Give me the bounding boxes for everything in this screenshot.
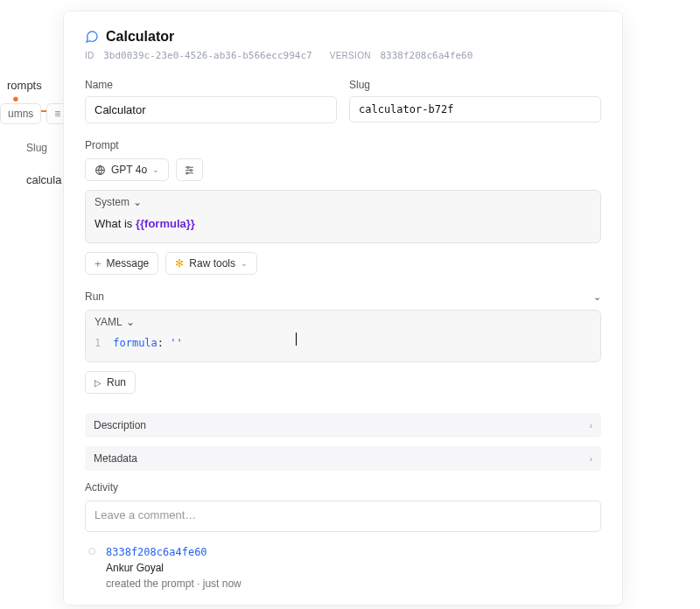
activity-body: 8338f208c6a4fe60 Ankur Goyal created the…: [106, 544, 242, 592]
play-icon: ▷: [94, 378, 102, 388]
yaml-editor[interactable]: 1 formula: '': [86, 333, 600, 361]
chevron-down-icon: ⌄: [241, 259, 248, 268]
version-block: VERSION 8338f208c6a4fe60: [330, 50, 473, 61]
model-select[interactable]: GPT 4o ⌄: [85, 158, 169, 181]
name-label: Name: [85, 79, 337, 91]
chevron-down-icon: ⌄: [133, 196, 142, 208]
plus-icon: +: [94, 258, 102, 270]
metadata-label: Metadata: [94, 452, 137, 465]
chevron-down-icon[interactable]: ⌄: [593, 291, 601, 303]
model-settings-button[interactable]: [176, 158, 203, 181]
description-section[interactable]: Description ›: [85, 413, 601, 438]
prompt-variable: {{formula}}: [136, 217, 195, 230]
meta-row: ID 3bd0039c-23e0-4526-ab36-b566ecc994c7 …: [85, 50, 601, 61]
background-left: rompts ● umns ≡Fi Slug calcula: [0, 0, 63, 609]
background-controls: umns ≡Fi: [0, 103, 63, 124]
chevron-down-icon: ⌄: [152, 165, 159, 174]
table-col-slug: Slug: [26, 142, 47, 154]
raw-tools-label: Raw tools: [189, 257, 235, 270]
system-prompt-text[interactable]: What is {{formula}}: [86, 214, 600, 242]
activity-version-link[interactable]: 8338f208c6a4fe60: [106, 544, 242, 560]
model-row: GPT 4o ⌄: [85, 158, 601, 181]
chevron-right-icon: ›: [590, 454, 592, 464]
line-number: 1: [94, 337, 101, 349]
name-field: Name: [85, 79, 337, 123]
comment-input[interactable]: Leave a comment…: [85, 500, 601, 532]
id-label: ID: [85, 51, 94, 60]
model-icon: [94, 164, 106, 176]
input-format-select[interactable]: YAML ⌄: [86, 311, 600, 333]
chevron-down-icon: ⌄: [126, 316, 135, 328]
add-message-label: Message: [107, 257, 150, 270]
comment-placeholder: Leave a comment…: [94, 508, 196, 522]
run-button[interactable]: ▷ Run: [85, 371, 136, 394]
id-value: 3bd0039c-23e0-4526-ab36-b566ecc994c7: [103, 50, 312, 61]
text-cursor: [296, 332, 297, 346]
run-input-card: YAML ⌄ 1 formula: '': [85, 310, 601, 362]
page-title: Calculator: [106, 29, 174, 45]
activity-item: 8338f208c6a4fe60 Ankur Goyal created the…: [85, 544, 601, 592]
svg-point-6: [186, 172, 188, 173]
chat-icon: [85, 30, 99, 44]
add-message-button[interactable]: + Message: [85, 252, 158, 275]
system-role-select[interactable]: System ⌄: [86, 191, 600, 214]
gear-icon: ✻: [175, 257, 184, 270]
run-button-label: Run: [107, 376, 126, 388]
system-prompt-card: System ⌄ What is {{formula}}: [85, 190, 601, 243]
run-actions: ▷ Run: [85, 371, 601, 394]
svg-point-4: [190, 169, 192, 171]
yaml-value: '': [170, 337, 182, 349]
sliders-icon: [184, 164, 195, 176]
activity-description: created the prompt · just now: [106, 576, 242, 592]
slug-label: Slug: [349, 79, 601, 91]
filter-chip[interactable]: ≡Fi: [46, 103, 63, 124]
metadata-section[interactable]: Metadata ›: [85, 446, 601, 471]
tab-label: rompts: [7, 79, 42, 92]
activity-label: Activity: [85, 481, 601, 494]
title-row: Calculator: [85, 29, 601, 45]
name-input[interactable]: [85, 96, 337, 123]
activity-dot-icon: [88, 548, 95, 555]
yaml-key: formula: [113, 337, 158, 349]
version-value: 8338f208c6a4fe60: [380, 50, 472, 61]
system-role-label: System: [94, 196, 130, 208]
prompt-prefix: What is: [94, 217, 136, 230]
prompt-section-label: Prompt: [85, 139, 601, 151]
run-section-header: Run ⌄: [85, 290, 601, 303]
slug-field: Slug: [349, 79, 601, 123]
yaml-label: YAML: [94, 316, 122, 328]
version-label: VERSION: [330, 51, 371, 60]
id-block: ID 3bd0039c-23e0-4526-ab36-b566ecc994c7: [85, 50, 312, 61]
description-label: Description: [94, 419, 146, 431]
chevron-right-icon: ›: [590, 421, 592, 430]
raw-tools-button[interactable]: ✻ Raw tools ⌄: [165, 252, 257, 275]
columns-chip[interactable]: umns: [0, 103, 41, 124]
filter-icon: ≡: [54, 108, 60, 120]
table-row-slug[interactable]: calcula: [26, 173, 61, 186]
model-name: GPT 4o: [111, 164, 147, 176]
name-slug-row: Name Slug: [85, 79, 601, 123]
run-label: Run: [85, 290, 104, 303]
svg-point-2: [187, 166, 189, 168]
activity-user: Ankur Goyal: [106, 560, 242, 576]
slug-input[interactable]: [349, 96, 601, 122]
prompt-actions-row: + Message ✻ Raw tools ⌄: [85, 252, 601, 275]
prompt-detail-panel: Calculator ID 3bd0039c-23e0-4526-ab36-b5…: [63, 10, 623, 606]
yaml-colon: :: [158, 337, 170, 349]
